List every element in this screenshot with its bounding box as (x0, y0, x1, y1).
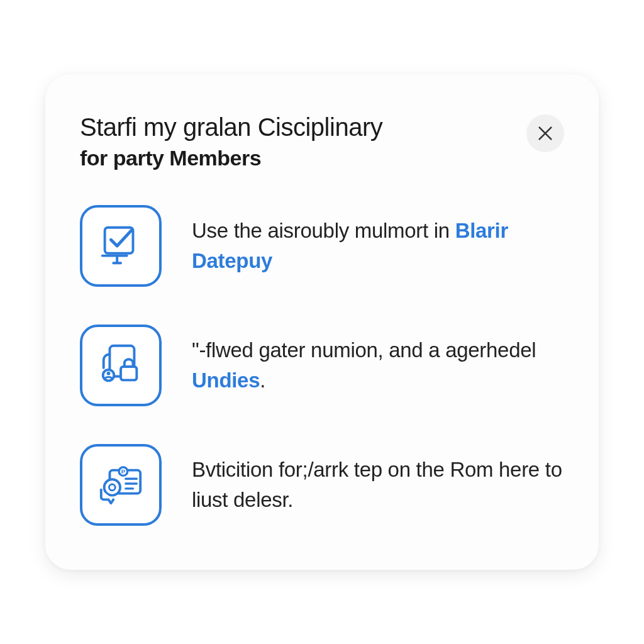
svg-text:P: P (121, 468, 126, 475)
feature-item: "-flwed gater numion, and a agerhedel Un… (80, 325, 564, 406)
feature-item: P Bvticition for;/arrk tep on the Rom he… (80, 444, 564, 526)
close-icon (536, 125, 554, 142)
title-block: Starfi my gralan Cisciplinary for party … (80, 112, 526, 170)
card-chat-icon: P (95, 460, 147, 509)
feature-list: Use the aisroubly mulmort in Blarir Date… (80, 205, 564, 526)
feature-text: "-flwed gater numion, and a agerhedel Un… (192, 335, 564, 396)
close-button[interactable] (526, 114, 564, 152)
feature-text: Use the aisroubly mulmort in Blarir Date… (192, 216, 564, 276)
feature-item: Use the aisroubly mulmort in Blarir Date… (80, 205, 564, 287)
feature-text-suffix: . (260, 369, 265, 392)
feature-text-prefix: Bvticition for;/arrk tep on the Rom here… (192, 458, 562, 511)
feature-icon-box: P (80, 444, 162, 526)
feature-icon-box (80, 325, 162, 406)
svg-rect-2 (121, 367, 136, 380)
feature-text-prefix: Use the aisroubly mulmort in (192, 219, 455, 242)
info-modal: Starfi my gralan Cisciplinary for party … (45, 74, 599, 570)
lock-document-icon (96, 341, 145, 390)
svg-point-11 (104, 479, 120, 495)
feature-text-prefix: "-flwed gater numion, and a agerhedel (192, 338, 536, 362)
svg-point-4 (107, 372, 111, 375)
modal-header: Starfi my gralan Cisciplinary for party … (80, 112, 564, 170)
feature-text: Bvticition for;/arrk tep on the Rom here… (192, 455, 564, 515)
modal-title: Starfi my gralan Cisciplinary (80, 112, 526, 142)
checklist-icon (96, 221, 145, 270)
feature-icon-box (80, 205, 162, 287)
modal-subtitle: for party Members (80, 146, 526, 170)
feature-link[interactable]: Undies (192, 369, 260, 392)
